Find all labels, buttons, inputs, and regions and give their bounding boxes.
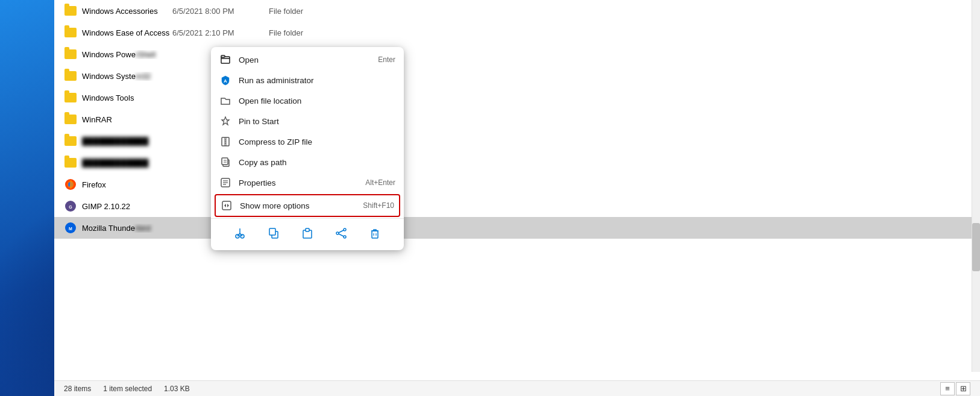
- scrollbar[interactable]: [972, 0, 980, 372]
- file-row[interactable]: ████████████ File folder: [54, 130, 980, 152]
- menu-item-pin-to-start[interactable]: Pin to Start: [211, 111, 404, 131]
- menu-item-label: Pin to Start: [239, 117, 395, 126]
- menu-item-open[interactable]: Open Enter: [211, 49, 404, 70]
- file-row[interactable]: Windows PowerShell File folder: [54, 43, 980, 65]
- svg-text:A: A: [224, 78, 227, 84]
- svg-rect-17: [222, 158, 228, 165]
- file-row[interactable]: Windows Tools File folder: [54, 87, 980, 108]
- gimp-icon: G: [64, 200, 77, 213]
- folder-icon: [64, 156, 77, 169]
- view-buttons: ≡ ⊞: [940, 382, 970, 395]
- file-date: 6/5/2021 8:00 PM: [172, 7, 269, 16]
- svg-point-36: [344, 236, 346, 238]
- menu-item-properties[interactable]: Properties Alt+Enter: [211, 172, 404, 193]
- file-name: WinRAR: [82, 115, 172, 124]
- grid-view-button[interactable]: ⊞: [956, 382, 970, 395]
- explorer-content: Windows Accessories 6/5/2021 8:00 PM Fil…: [54, 0, 980, 396]
- menu-item-label: Show more options: [240, 201, 356, 210]
- svg-line-37: [339, 230, 344, 233]
- svg-point-35: [336, 232, 339, 234]
- folder-icon: [64, 4, 77, 17]
- svg-rect-39: [372, 231, 378, 238]
- menu-item-copy-as-path[interactable]: Copy as path: [211, 152, 404, 172]
- folder-icon: [64, 113, 77, 126]
- file-date: 6/5/2021 2:10 PM: [172, 28, 269, 37]
- folder-icon: [64, 134, 77, 148]
- list-view-button[interactable]: ≡: [940, 382, 955, 395]
- share-button[interactable]: [331, 224, 351, 243]
- delete-button[interactable]: [365, 224, 385, 243]
- file-row[interactable]: G GIMP 2.10.22 Shortcut 1 KB: [54, 195, 980, 217]
- firefox-icon: [64, 178, 77, 191]
- menu-item-run-as-admin[interactable]: A Run as administrator: [211, 70, 404, 90]
- context-menu-toolbar: [211, 218, 404, 248]
- svg-rect-24: [222, 201, 231, 210]
- show-more-icon: [221, 200, 233, 212]
- file-row[interactable]: Firefox Shortcut 1 KB: [54, 174, 980, 195]
- svg-rect-33: [306, 228, 309, 231]
- menu-item-label: Open: [239, 55, 371, 64]
- open-icon: [219, 54, 231, 66]
- item-count: 28 items: [64, 385, 91, 393]
- file-row[interactable]: M Mozilla Thunderbird Shortcut 2 KB: [54, 217, 980, 239]
- svg-rect-8: [221, 55, 225, 57]
- file-row[interactable]: Windows Ease of Access 6/5/2021 2:10 PM …: [54, 22, 980, 43]
- svg-line-38: [339, 234, 344, 236]
- file-row[interactable]: Windows Accessories 6/5/2021 8:00 PM Fil…: [54, 0, 980, 22]
- file-name: ████████████: [82, 137, 172, 146]
- cut-button[interactable]: [230, 224, 250, 243]
- file-name: ████████████: [82, 159, 172, 168]
- menu-item-shortcut: Shift+F10: [363, 201, 394, 210]
- menu-item-label: Compress to ZIP file: [239, 137, 395, 146]
- file-row[interactable]: ████████████ File folder: [54, 152, 980, 174]
- menu-item-compress-to-zip[interactable]: Compress to ZIP file: [211, 131, 404, 152]
- context-menu: Open Enter A Run as administrator Open f…: [211, 47, 404, 250]
- copy-button[interactable]: [264, 224, 283, 243]
- menu-item-open-file-location[interactable]: Open file location: [211, 90, 404, 111]
- file-name: Windows System32: [82, 72, 172, 81]
- file-list: Windows Accessories 6/5/2021 8:00 PM Fil…: [54, 0, 980, 380]
- file-row[interactable]: Windows System32 File folder: [54, 65, 980, 87]
- zip-icon: [219, 136, 231, 148]
- menu-item-label: Copy as path: [239, 158, 395, 167]
- status-bar: 28 items 1 item selected 1.03 KB ≡ ⊞: [54, 380, 980, 396]
- file-name: Windows Ease of Access: [82, 28, 172, 37]
- menu-item-label: Open file location: [239, 96, 395, 105]
- properties-icon: [219, 177, 231, 189]
- folder-icon: [64, 91, 77, 104]
- svg-rect-31: [269, 228, 275, 235]
- file-name: Firefox: [82, 180, 172, 189]
- shield-icon: A: [219, 74, 231, 86]
- paste-button[interactable]: [298, 224, 317, 243]
- menu-item-shortcut: Alt+Enter: [365, 178, 395, 187]
- file-name: Windows Tools: [82, 93, 172, 102]
- file-name: Windows PowerShell: [82, 50, 172, 59]
- file-type: File folder: [269, 28, 341, 37]
- folder-icon: [64, 26, 77, 39]
- file-name: Windows Accessories: [82, 7, 172, 16]
- file-name: GIMP 2.10.22: [82, 202, 172, 211]
- menu-item-show-more[interactable]: Show more options Shift+F10: [215, 194, 400, 217]
- selected-size: 1.03 KB: [164, 385, 190, 393]
- copy-path-icon: [219, 156, 231, 168]
- menu-item-shortcut: Enter: [378, 55, 395, 64]
- scrollbar-thumb[interactable]: [972, 223, 980, 271]
- file-name: Mozilla Thunderbird: [82, 224, 172, 233]
- status-actions: ≡ ⊞: [935, 382, 970, 395]
- file-type: File folder: [269, 7, 341, 16]
- svg-text:G: G: [69, 205, 72, 209]
- file-row[interactable]: WinRAR File folder: [54, 108, 980, 130]
- svg-point-34: [344, 228, 346, 231]
- menu-item-label: Run as administrator: [239, 76, 395, 85]
- folder-icon: [64, 48, 77, 61]
- menu-item-label: Properties: [239, 178, 358, 187]
- folder-open-icon: [219, 95, 231, 107]
- folder-icon: [64, 69, 77, 83]
- explorer-window: Windows Accessories 6/5/2021 8:00 PM Fil…: [54, 0, 980, 396]
- pin-icon: [219, 115, 231, 127]
- selected-count: 1 item selected: [103, 385, 152, 393]
- svg-text:M: M: [69, 227, 72, 231]
- mozilla-icon: M: [64, 221, 77, 234]
